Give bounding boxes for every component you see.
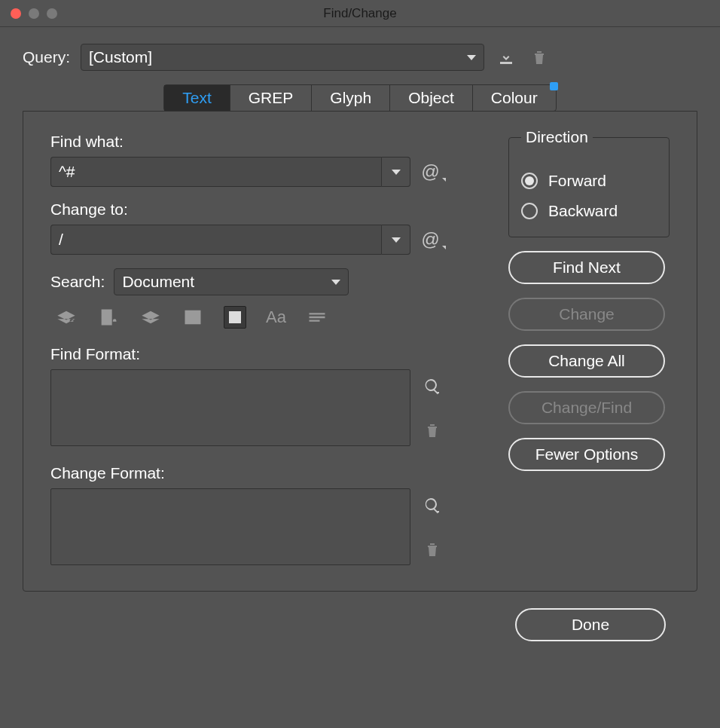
include-hidden-layers-icon[interactable] — [139, 306, 162, 329]
done-button[interactable]: Done — [515, 608, 666, 641]
direction-backward-radio[interactable]: Backward — [521, 202, 657, 220]
change-history-dropdown[interactable] — [382, 225, 410, 255]
tab-bar: Text GREP Glyph Object Colour — [163, 84, 556, 112]
save-query-icon[interactable] — [495, 46, 517, 69]
include-footnotes-icon[interactable] — [224, 306, 246, 329]
minimize-window-button[interactable] — [29, 8, 39, 19]
change-to-input[interactable] — [50, 225, 382, 255]
direction-forward-radio[interactable]: Forward — [521, 172, 657, 190]
change-to-label: Change to: — [50, 200, 486, 219]
close-window-button[interactable] — [11, 8, 21, 19]
find-what-input[interactable] — [50, 157, 382, 187]
search-label: Search: — [50, 273, 105, 291]
delete-query-icon[interactable] — [528, 46, 551, 69]
special-characters-change-icon[interactable]: @ — [421, 229, 439, 250]
include-locked-stories-icon[interactable] — [97, 306, 120, 329]
find-format-box[interactable] — [50, 369, 410, 446]
case-sensitive-icon[interactable]: Aa — [266, 307, 286, 327]
direction-fieldset: Direction Forward Backward — [508, 128, 670, 237]
query-dropdown[interactable]: [Custom] — [81, 44, 484, 71]
tab-grep[interactable]: GREP — [230, 85, 313, 111]
tab-text[interactable]: Text — [164, 85, 230, 111]
tab-object[interactable]: Object — [390, 85, 473, 111]
zoom-window-button[interactable] — [47, 8, 57, 19]
change-format-label: Change Format: — [50, 464, 486, 482]
direction-legend: Direction — [521, 128, 593, 146]
whole-word-icon[interactable] — [306, 306, 328, 329]
special-characters-find-icon[interactable]: @ — [421, 161, 439, 182]
chevron-down-icon — [392, 170, 401, 175]
fewer-options-button[interactable]: Fewer Options — [508, 438, 665, 471]
window-title: Find/Change — [0, 6, 720, 21]
find-next-button[interactable]: Find Next — [508, 251, 665, 284]
specify-change-format-icon[interactable] — [421, 494, 444, 517]
clear-change-format-icon[interactable] — [421, 538, 444, 561]
radio-icon — [521, 203, 538, 219]
traffic-lights — [0, 8, 57, 19]
change-button: Change — [508, 298, 665, 331]
find-format-label: Find Format: — [50, 345, 486, 363]
change-format-box[interactable] — [50, 488, 410, 565]
change-all-button[interactable]: Change All — [508, 344, 665, 378]
specify-find-format-icon[interactable] — [421, 375, 444, 398]
include-locked-layers-icon[interactable] — [55, 306, 78, 329]
change-find-button: Change/Find — [508, 391, 665, 424]
chevron-down-icon — [392, 237, 401, 243]
titlebar: Find/Change — [0, 0, 720, 27]
clear-find-format-icon[interactable] — [421, 419, 444, 442]
find-history-dropdown[interactable] — [382, 157, 410, 187]
search-scope-dropdown[interactable]: Document — [114, 268, 349, 295]
find-what-label: Find what: — [50, 133, 486, 151]
query-label: Query: — [23, 48, 70, 66]
tab-glyph[interactable]: Glyph — [312, 85, 390, 111]
query-value: [Custom] — [89, 48, 152, 66]
notification-dot-icon — [550, 82, 558, 90]
include-master-pages-icon[interactable] — [182, 306, 204, 329]
chevron-down-icon — [467, 55, 476, 60]
tab-colour[interactable]: Colour — [473, 85, 556, 111]
radio-icon — [521, 173, 538, 189]
chevron-down-icon — [331, 280, 340, 285]
search-scope-value: Document — [122, 273, 194, 291]
